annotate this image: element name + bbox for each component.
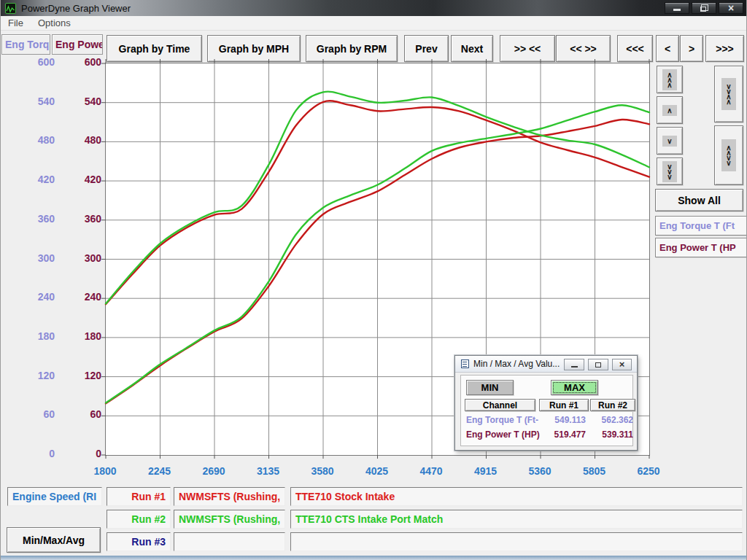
minmax-power-run2-value: 539.311 — [590, 429, 633, 440]
app-logo-icon — [5, 3, 16, 14]
scroll-down-fast-button[interactable]: ∨∨∨ — [657, 158, 683, 185]
max-toggle-button[interactable]: MAX — [551, 380, 598, 395]
scroll-left-fast-button[interactable]: <<< — [617, 35, 653, 62]
x-axis-tick-label: 6250 — [625, 465, 672, 477]
x-axis-tick-label: 4025 — [354, 465, 400, 477]
torque-channel-button[interactable]: Eng Torque T (Ft — [655, 216, 747, 236]
minimize-icon[interactable] — [665, 2, 689, 14]
column-header-run2[interactable]: Run #2 — [590, 399, 635, 411]
next-button[interactable]: Next — [451, 35, 493, 62]
x-axis-tick-label: 5360 — [516, 465, 563, 477]
show-all-button[interactable]: Show All — [655, 189, 743, 211]
chevron-up-icon: ∧ — [662, 105, 676, 116]
scroll-right-button[interactable]: > — [680, 35, 703, 62]
power-axis-tick-label: 60 — [63, 408, 101, 420]
power-axis-tick-label: 240 — [63, 291, 101, 303]
x-axis-tick-label: 3135 — [245, 465, 292, 477]
power-axis-tick-label: 120 — [63, 370, 101, 381]
run2-label-box[interactable]: Run #2 — [107, 510, 171, 529]
x-axis-tick-label: 5805 — [571, 465, 618, 477]
minmax-row-torque-label: Eng Torque T (Ft- — [466, 415, 538, 425]
run1-label-box[interactable]: Run #1 — [107, 487, 171, 506]
run3-comment-field[interactable] — [290, 532, 743, 551]
graph-by-mph-button[interactable]: Graph by MPH — [207, 35, 301, 62]
minmax-torque-run2-value: 562.362 — [590, 415, 633, 425]
minmax-close-icon[interactable]: × — [612, 359, 632, 370]
torque-axis-tick-label: 360 — [17, 213, 55, 225]
prev-button[interactable]: Prev — [404, 35, 449, 62]
torque-axis-tick-label: 480 — [17, 134, 55, 146]
run3-name-field[interactable] — [174, 532, 285, 551]
power-axis-tick-label: 600 — [63, 56, 101, 68]
scroll-up-fast-button[interactable]: ∧∧∧ — [657, 66, 683, 93]
torque-axis-tick-label: 300 — [17, 252, 55, 264]
chevron-down-icon: ∨ — [662, 136, 676, 147]
scroll-left-button[interactable]: < — [656, 35, 679, 62]
zoom-in-vertical-button[interactable]: ∨∨∧∧ — [714, 66, 743, 122]
minmax-row-power-label: Eng Power T (HP) — [466, 429, 540, 440]
triple-chevron-down-icon: ∨∨∨ — [662, 161, 676, 182]
column-header-channel[interactable]: Channel — [465, 399, 535, 411]
restore-icon[interactable] — [692, 2, 716, 14]
run1-comment-field[interactable]: TTE710 Stock Intake — [290, 487, 743, 506]
x-axis-tick-label: 1800 — [82, 465, 128, 477]
minmax-title-bar[interactable]: Min / Max / Avg Valu... × — [455, 356, 637, 373]
menu-file[interactable]: File — [1, 18, 31, 28]
run1-name-field[interactable]: NWMSFTS (Rushing, — [174, 487, 285, 506]
power-axis-tick-label: 540 — [63, 96, 101, 107]
min-toggle-button[interactable]: MIN — [466, 380, 514, 395]
minmax-avg-button[interactable]: Min/Max/Avg — [7, 527, 101, 553]
torque-axis-tick-label: 240 — [17, 291, 55, 303]
minmax-minimize-icon[interactable] — [564, 359, 584, 370]
close-icon[interactable]: × — [719, 2, 743, 14]
column-header-run1[interactable]: Run #1 — [539, 399, 589, 411]
menu-options[interactable]: Options — [31, 18, 78, 28]
torque-axis-header[interactable]: Eng Torq — [1, 34, 50, 55]
minmax-window-icon — [461, 359, 469, 368]
run3-label-box[interactable]: Run #3 — [107, 532, 171, 551]
x-axis-tick-label: 2245 — [136, 465, 183, 477]
app-window: PowerDyne Graph Viewer × File Options En… — [0, 0, 747, 560]
power-axis-tick-label: 180 — [63, 330, 101, 342]
x-axis-tick-label: 3580 — [299, 465, 346, 477]
graph-by-time-button[interactable]: Graph by Time — [107, 35, 202, 62]
x-axis-tick-label: 4915 — [462, 465, 509, 477]
power-axis-tick-label: 480 — [63, 134, 101, 146]
title-bar[interactable]: PowerDyne Graph Viewer × — [1, 0, 746, 16]
chevrons-outward-icon: ∧∧∨∨ — [721, 139, 735, 171]
torque-axis-tick-label: 120 — [17, 370, 55, 381]
minmax-restore-icon[interactable] — [588, 359, 608, 370]
power-axis-tick-label: 360 — [63, 213, 101, 225]
torque-axis-tick-label: 60 — [17, 408, 55, 420]
torque-axis-tick-label: 540 — [17, 96, 55, 107]
menu-bar: File Options — [1, 16, 746, 31]
torque-axis-tick-label: 420 — [17, 174, 55, 185]
compress-x-button[interactable]: >> << — [500, 35, 555, 62]
minmax-window: Min / Max / Avg Valu... × MIN MAX Channe… — [454, 355, 638, 451]
scroll-right-fast-button[interactable]: >>> — [705, 35, 744, 62]
expand-x-button[interactable]: << >> — [556, 35, 611, 62]
x-axis-tick-label: 2690 — [190, 465, 237, 477]
graph-by-rpm-button[interactable]: Graph by RPM — [306, 35, 398, 62]
power-axis-header[interactable]: Eng Powe — [52, 34, 103, 55]
power-channel-button[interactable]: Eng Power T (HP — [655, 238, 747, 257]
power-axis-tick-label: 0 — [63, 448, 101, 459]
triple-chevron-up-icon: ∧∧∧ — [662, 69, 676, 90]
scroll-down-button[interactable]: ∨ — [657, 127, 683, 155]
run2-comment-field[interactable]: TTE710 CTS Intake Port Match — [290, 510, 743, 529]
x-axis-channel-box[interactable]: Engine Speed (RI — [7, 487, 102, 506]
torque-axis-tick-label: 0 — [17, 448, 55, 459]
power-axis-tick-label: 420 — [63, 174, 101, 185]
scroll-up-button[interactable]: ∧ — [657, 96, 683, 124]
minmax-power-run1-value: 519.477 — [539, 429, 586, 440]
x-axis-tick-label: 4470 — [408, 465, 454, 477]
minmax-window-title: Min / Max / Avg Valu... — [473, 359, 560, 369]
chevrons-inward-icon: ∨∨∧∧ — [721, 78, 735, 110]
torque-axis-tick-label: 180 — [17, 330, 55, 342]
torque-axis-tick-label: 600 — [17, 56, 55, 68]
power-axis-tick-label: 300 — [63, 252, 101, 264]
run2-name-field[interactable]: NWMSFTS (Rushing, — [174, 510, 285, 529]
minmax-torque-run1-value: 549.113 — [539, 415, 586, 425]
zoom-out-vertical-button[interactable]: ∧∧∨∨ — [714, 125, 743, 185]
window-bottom-border — [1, 556, 746, 560]
